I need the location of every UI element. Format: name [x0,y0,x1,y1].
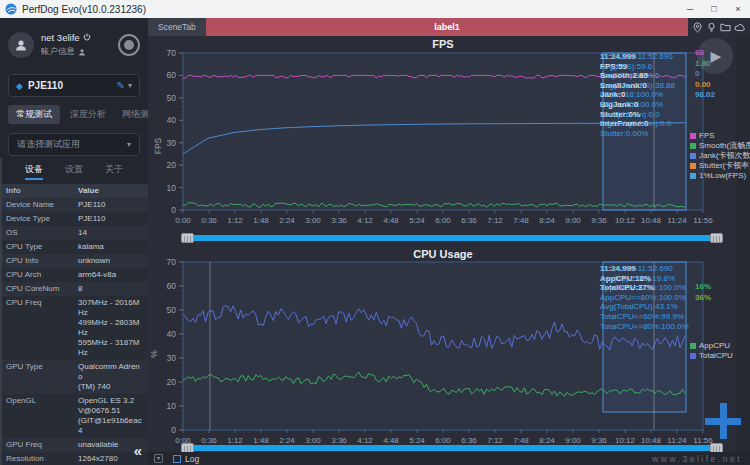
legend-item[interactable]: TotalCPU [690,351,733,361]
info-key: Resolution [0,452,72,465]
tab-test-mode-0[interactable]: 常规测试 [8,105,60,124]
lightbulb-icon[interactable] [706,22,717,33]
x-tick-label: 7:12 [487,436,503,445]
y-tick-label: 30 [167,353,177,363]
tab-scenetab[interactable]: SceneTab [148,18,206,36]
legend-label: Jank(卡顿次数) [699,151,750,161]
tab-label1-text: label1 [434,22,460,32]
avatar [8,32,34,58]
collapse-sidebar-button[interactable]: « [134,442,140,459]
x-tick-label: 2:24 [279,216,295,225]
info-key: Device Type [0,212,72,226]
y-tick-label: 30 [167,138,177,148]
folder-icon[interactable] [720,22,731,33]
x-tick-label: 6:00 [435,436,451,445]
x-tick-label: 9:36 [591,436,607,445]
y-tick-label: 10 [167,401,177,411]
legend-label: Smooth(流畅度) [699,141,750,151]
x-tick-label: 7:48 [513,216,529,225]
x-tick-label: 3:00 [305,436,321,445]
tabbar-icons [688,18,750,36]
info-row: OpenGLOpenGL ES 3.2V@0676.51(GIT@1e91b6e… [0,394,148,438]
record-button[interactable] [118,34,140,56]
tab-info-0[interactable]: 设备 [25,163,43,180]
log-label: Log [185,454,199,464]
x-tick-label: 10:48 [641,216,662,225]
legend-label: TotalCPU [699,351,733,361]
info-header-cell: Value [72,184,148,198]
minimize-button[interactable]: ─ [678,0,702,18]
y-tick-label: 60 [167,70,177,80]
y-tick-label: 0 [171,425,176,435]
current-value: 98.02 [695,90,715,101]
info-key: CPU Arch [0,268,72,282]
current-value: 16% [695,282,711,293]
legend-item[interactable]: Jank(卡顿次数) [690,151,750,161]
legend-item[interactable]: 1%Low(FPS) [690,171,750,181]
log-checkbox[interactable] [173,455,181,463]
x-scrollbar[interactable] [183,445,721,451]
scrollbar-handle-left[interactable] [181,233,194,243]
scrollbar-handle-right[interactable] [710,233,723,243]
tab-info-2[interactable]: 关于 [105,163,123,180]
edit-icon[interactable]: ✎ [117,80,125,91]
legend-label: FPS [699,131,715,141]
info-row: CPU Archarm64-v8a [0,268,148,282]
x-tick-label: 1:48 [253,216,269,225]
play-button[interactable]: ▶ [697,38,733,74]
expand-panel-icon[interactable]: ▾ [154,454,163,463]
info-key: CPU CoreNum [0,282,72,296]
cloud-icon[interactable] [734,22,746,33]
account-info-label: 账户信息 [41,46,75,58]
app-window: PerfDog Evo(v10.0.231236) ─ □ × net 3eli… [0,0,750,465]
window-title: PerfDog Evo(v10.0.231236) [22,4,146,15]
legend-swatch-icon [690,343,696,349]
tab-label1[interactable]: label1 [206,18,688,36]
tab-info-1[interactable]: 设置 [65,163,83,180]
sidebar-scrollbar[interactable] [0,158,2,465]
x-tick-label: 5:24 [409,216,425,225]
x-tick-label: 4:48 [383,216,399,225]
device-selector[interactable]: ◆ PJE110 ✎ ▾ [8,74,140,97]
account-info-link[interactable]: 账户信息 [41,46,118,58]
x-tick-label: 1:12 [227,216,243,225]
x-tick-label: 3:36 [331,436,347,445]
info-row: Resolution1264x2780 [0,452,148,465]
user-panel: net 3elife 账户信息 [0,18,148,64]
app-select-dropdown[interactable]: 请选择测试应用 ▾ [8,133,140,156]
main-area: SceneTab label1 FPSFPS7060504030201000:0… [148,18,750,465]
info-value: unknown [72,254,148,268]
x-tick-label: 7:12 [487,216,503,225]
y-tick-label: 60 [167,281,177,291]
x-tick-label: 6:36 [461,436,477,445]
legend-item[interactable]: Stutter(卡顿率) [690,161,750,171]
x-tick-label: 10:48 [641,436,662,445]
tab-test-mode-1[interactable]: 深度分析 [64,105,112,124]
power-icon[interactable] [83,33,91,41]
x-tick-label: 3:00 [305,216,321,225]
tab-test-mode-2[interactable]: 网络测试 [116,105,148,124]
close-button[interactable]: × [726,0,750,18]
x-scrollbar[interactable] [183,235,721,241]
legend-item[interactable]: Smooth(流畅度) [690,141,750,151]
info-value: 307MHz - 2016MHz499MHz - 2803MHz595MHz -… [72,296,148,360]
chevron-down-icon: ▾ [127,140,131,149]
x-tick-label: 4:12 [357,216,373,225]
x-tick-label: 5:24 [409,436,425,445]
x-tick-label: 0:36 [201,436,217,445]
location-pin-icon[interactable] [692,22,703,33]
info-key: CPU Freq [0,296,72,360]
info-row: CPU Freq307MHz - 2016MHz499MHz - 2803MHz… [0,296,148,360]
person-icon [78,48,86,56]
y-tick-label: 20 [167,160,177,170]
y-tick-label: 10 [167,183,177,193]
legend-item[interactable]: AppCPU [690,341,733,351]
x-tick-label: 0:00 [175,216,191,225]
info-header-cell: Info [0,184,72,198]
info-key: GPU Type [0,360,72,394]
device-icon: ◆ [16,81,23,91]
legend-item[interactable]: FPS [690,131,750,141]
y-tick-label: 50 [167,93,177,103]
chart-legend: AppCPUTotalCPU [690,341,733,361]
maximize-button[interactable]: □ [702,0,726,18]
